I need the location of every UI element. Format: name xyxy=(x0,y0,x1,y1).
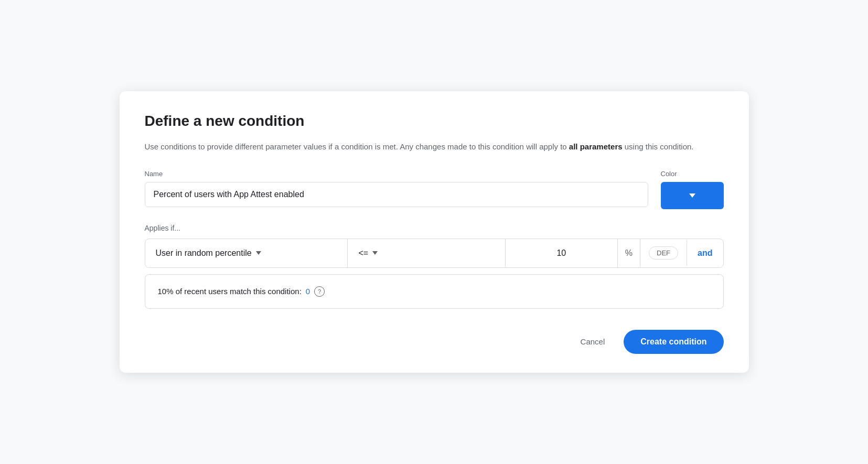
match-info-box: 10% of recent users match this condition… xyxy=(145,274,724,309)
and-link[interactable]: and xyxy=(698,249,712,258)
name-input[interactable] xyxy=(145,182,648,207)
dialog-description: Use conditions to provide different para… xyxy=(145,141,724,153)
condition-def-segment[interactable]: DEF xyxy=(640,240,687,266)
dialog-title: Define a new condition xyxy=(145,112,724,130)
condition-value-display: 10 xyxy=(556,249,566,258)
condition-percent-label: % xyxy=(625,249,633,258)
condition-and-segment[interactable]: and xyxy=(687,239,723,267)
description-text-part1: Use conditions to provide different para… xyxy=(145,142,569,151)
condition-type-select[interactable]: User in random percentile xyxy=(145,239,348,267)
color-picker-button[interactable] xyxy=(661,182,724,209)
color-label: Color xyxy=(661,170,724,178)
condition-type-label: User in random percentile xyxy=(156,249,252,258)
def-badge-button[interactable]: DEF xyxy=(649,246,678,260)
applies-if-section: Applies if... User in random percentile … xyxy=(145,224,724,309)
color-field-group: Color xyxy=(661,170,724,209)
dialog-footer: Cancel Create condition xyxy=(145,330,724,354)
condition-type-chevron-icon xyxy=(256,251,261,255)
match-count: 0 xyxy=(306,287,310,296)
applies-if-label: Applies if... xyxy=(145,224,724,232)
create-condition-button[interactable]: Create condition xyxy=(624,330,723,354)
name-field-group: Name xyxy=(145,170,648,207)
description-text-part2: using this condition. xyxy=(625,142,694,151)
name-color-row: Name Color xyxy=(145,170,724,209)
chevron-down-icon xyxy=(689,193,695,198)
condition-operator-select[interactable]: <= xyxy=(348,239,505,267)
help-icon[interactable]: ? xyxy=(314,286,325,297)
cancel-button[interactable]: Cancel xyxy=(570,331,616,352)
condition-row: User in random percentile <= 10 % DEF an… xyxy=(145,239,724,268)
description-text-bold: all parameters xyxy=(569,142,623,151)
condition-value-segment[interactable]: 10 xyxy=(506,239,618,267)
condition-operator-chevron-icon xyxy=(372,251,378,255)
define-condition-dialog: Define a new condition Use conditions to… xyxy=(120,91,749,373)
condition-percent-segment: % xyxy=(618,239,640,267)
name-label: Name xyxy=(145,170,648,178)
condition-operator-label: <= xyxy=(358,249,368,258)
match-text-prefix: 10% of recent users match this condition… xyxy=(158,287,302,296)
